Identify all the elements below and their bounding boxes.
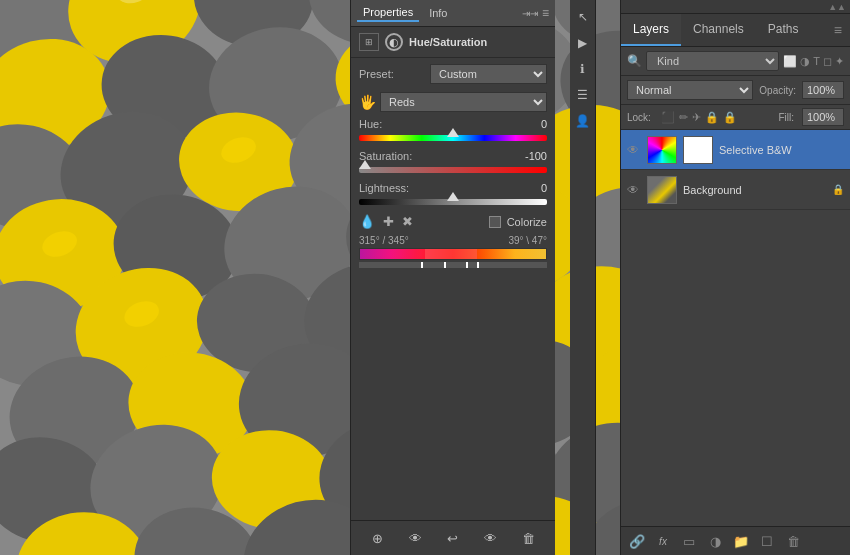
channel-select[interactable]: Master Reds Yellows Greens Cyans Blues M… (380, 92, 547, 112)
search-icon: 🔍 (627, 54, 642, 68)
hue-circle-icon: ◐ (385, 33, 403, 51)
new-group-button[interactable]: 📁 (731, 531, 751, 551)
shape-filter-icon[interactable]: ◻ (823, 55, 832, 68)
lock-label: Lock: (627, 112, 651, 123)
layer-mask-thumb (683, 136, 713, 164)
blend-mode-select[interactable]: Normal Dissolve Multiply Screen (627, 80, 753, 100)
range-right-label: 39° \ 47° (508, 235, 547, 246)
lock-transparent-icon[interactable]: ⬛ (661, 111, 675, 124)
visibility-button[interactable]: 👁 (404, 527, 426, 549)
color-range-bar[interactable] (359, 248, 547, 260)
saturation-value: -100 (525, 150, 547, 162)
colorize-label: Colorize (507, 216, 547, 228)
arrow-tool-icon[interactable]: ↖ (572, 6, 594, 28)
lock-row: Lock: ⬛ ✏ ✈ 🔒 🔒 Fill: (621, 105, 850, 130)
panel-collapse-icon[interactable]: ▲▲ (828, 2, 846, 12)
mask-add-button[interactable]: ⊕ (367, 527, 389, 549)
props-tabs-header: Properties Info ⇥⇥ ≡ (351, 0, 555, 27)
lock-all-icon[interactable]: 🔒 (723, 111, 737, 124)
layer-name-background: Background (683, 184, 826, 196)
saturation-slider-row: Saturation: -100 (359, 150, 547, 176)
props-menu-icon[interactable]: ≡ (542, 6, 549, 20)
lock-pixels-icon[interactable]: ✏ (679, 111, 688, 124)
tools-bar: ↖ ▶ ℹ ☰ 👤 (570, 0, 596, 555)
opacity-input[interactable] (802, 81, 844, 99)
add-mask-button[interactable]: ▭ (679, 531, 699, 551)
color-range-labels: 315° / 345° 39° \ 47° (359, 235, 547, 246)
type-filter-icon[interactable]: T (813, 55, 820, 67)
range-marker-2 (444, 262, 446, 268)
eyedropper-row: 💧 ✚ ✖ (359, 214, 413, 229)
color-range-indicators (359, 262, 547, 268)
lock-icons: ⬛ ✏ ✈ 🔒 🔒 (661, 111, 737, 124)
preset-row: Preset: Custom Default Cyanotype (359, 64, 547, 84)
eyedropper-minus-icon[interactable]: ✖ (402, 214, 413, 229)
eye-selective-bw-icon[interactable]: 👁 (627, 143, 641, 157)
person-tool-icon[interactable]: 👤 (572, 110, 594, 132)
fill-input[interactable] (802, 108, 844, 126)
hue-slider-thumb[interactable] (447, 128, 459, 137)
info-tool-icon[interactable]: ℹ (572, 58, 594, 80)
layers-search-row: 🔍 Kind Name Effect ⬜ ◑ T ◻ ✦ (621, 47, 850, 76)
lightness-value: 0 (541, 182, 547, 194)
layer-thumb-background (647, 176, 677, 204)
smart-filter-icon[interactable]: ✦ (835, 55, 844, 68)
layer-filter-select[interactable]: Kind Name Effect (646, 51, 779, 71)
delete-button[interactable]: 🗑 (517, 527, 539, 549)
lock-artboard-icon[interactable]: 🔒 (705, 111, 719, 124)
undo-button[interactable]: ↩ (442, 527, 464, 549)
lightness-label: Lightness: (359, 182, 409, 194)
view-button[interactable]: 👁 (480, 527, 502, 549)
range-marker-3 (466, 262, 468, 268)
tab-paths[interactable]: Paths (756, 14, 811, 46)
opacity-label: Opacity: (759, 85, 796, 96)
hue-slider-track[interactable] (359, 132, 547, 144)
colorize-checkbox[interactable] (489, 216, 501, 228)
tab-info[interactable]: Info (423, 5, 453, 21)
range-left-label: 315° / 345° (359, 235, 409, 246)
panel-tabs: Layers Channels Paths ≡ (621, 14, 850, 47)
adjustment-box-icon: ⊞ (359, 33, 379, 51)
saturation-slider-track[interactable] (359, 164, 547, 176)
panel-top-bar: ▲▲ (621, 0, 850, 14)
new-layer-button[interactable]: ☐ (757, 531, 777, 551)
tab-channels[interactable]: Channels (681, 14, 756, 46)
layer-selective-bw[interactable]: 👁 Selective B&W (621, 130, 850, 170)
eyedropper-plus-icon[interactable]: ✚ (383, 214, 394, 229)
lightness-slider-thumb[interactable] (447, 192, 459, 201)
channel-row: 🖐 Master Reds Yellows Greens Cyans Blues… (359, 92, 547, 112)
preset-select[interactable]: Custom Default Cyanotype (430, 64, 547, 84)
properties-panel: Properties Info ⇥⇥ ≡ ⊞ ◐ Hue/Saturation … (350, 0, 555, 555)
link-layers-button[interactable]: 🔗 (627, 531, 647, 551)
expand-icon[interactable]: ⇥⇥ (522, 8, 538, 19)
saturation-slider-thumb[interactable] (359, 160, 371, 169)
range-marker-1 (421, 262, 423, 268)
lightness-slider-track[interactable] (359, 196, 547, 208)
range-marker-4 (477, 262, 479, 268)
props-subheader: ⊞ ◐ Hue/Saturation (351, 27, 555, 58)
eye-background-icon[interactable]: 👁 (627, 183, 641, 197)
layer-background[interactable]: 👁 Background 🔒 (621, 170, 850, 210)
tab-properties[interactable]: Properties (357, 4, 419, 22)
layer-kind-icons: ⬜ ◑ T ◻ ✦ (783, 55, 844, 68)
hue-label: Hue: (359, 118, 382, 130)
adjustment-filter-icon[interactable]: ◑ (800, 55, 810, 68)
fx-button[interactable]: fx (653, 531, 673, 551)
hand-icon[interactable]: 🖐 (359, 94, 376, 110)
panel-menu-button[interactable]: ≡ (826, 18, 850, 42)
eyedropper-icon[interactable]: 💧 (359, 214, 375, 229)
lock-position-icon[interactable]: ✈ (692, 111, 701, 124)
hue-slider-row: Hue: 0 (359, 118, 547, 144)
add-adjustment-button[interactable]: ◑ (705, 531, 725, 551)
tab-layers[interactable]: Layers (621, 14, 681, 46)
pixel-filter-icon[interactable]: ⬜ (783, 55, 797, 68)
play-tool-icon[interactable]: ▶ (572, 32, 594, 54)
layers-tool-icon[interactable]: ☰ (572, 84, 594, 106)
layers-bottom-toolbar: 🔗 fx ▭ ◑ 📁 ☐ 🗑 (621, 526, 850, 555)
fill-label: Fill: (778, 112, 794, 123)
layer-lock-icon: 🔒 (832, 184, 844, 195)
delete-layer-button[interactable]: 🗑 (783, 531, 803, 551)
right-panels: ▲▲ Layers Channels Paths ≡ 🔍 Kind Name E… (620, 0, 850, 555)
props-body: Preset: Custom Default Cyanotype 🖐 Maste… (351, 58, 555, 274)
preset-label: Preset: (359, 68, 424, 80)
